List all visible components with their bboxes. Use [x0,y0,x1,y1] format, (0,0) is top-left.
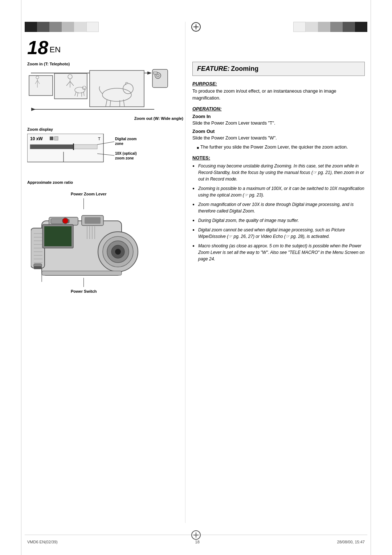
svg-rect-74 [34,266,42,269]
svg-text:10 xW: 10 xW [30,136,43,141]
bar-block-r2 [306,22,318,32]
footer-right: 28/08/00, 15:47 [337,540,365,544]
svg-rect-63 [51,219,64,224]
bar-block-r1 [293,22,306,32]
bar-block-1 [25,22,37,32]
bar-block-5 [74,22,86,32]
zoom-frames-illustration [27,68,169,115]
zoom-display-label: Zoom display [27,127,183,131]
zoom-out-label: Zoom out (W: Wide angle) [27,116,183,121]
svg-text:Digital zoom: Digital zoom [115,137,137,141]
page-en-suffix: EN [49,45,61,54]
bar-block-r6 [355,22,367,32]
note-item-3: Zoom magnification of over 10X is done t… [192,201,365,214]
svg-rect-51 [85,217,101,224]
top-decorative-bar [25,22,367,32]
bar-block-r4 [330,22,343,32]
zoom-display-area: 10 xW T Digital zoom zone 10X (optical) … [27,134,165,177]
bar-block-6 [86,22,99,32]
svg-rect-6 [54,73,87,99]
bar-block-2 [37,22,49,32]
note-item-5: Digital zoom cannot be used when digital… [192,227,365,240]
right-column: FEATURE: Zooming PURPOSE: To produce the… [192,62,365,265]
note-item-6: Macro shooting (as close as approx. 5 cm… [192,243,365,262]
zoom-in-label: Zoom in (T: Telephoto) [27,62,183,66]
zoom-in-subheading: Zoom In [192,114,365,119]
top-bar-left-blocks [25,22,99,32]
bar-block-r5 [343,22,355,32]
left-column: Zoom in (T: Telephoto) [27,62,183,293]
top-bar-right-blocks [293,22,367,32]
operation-section: OPERATION: Zoom In Slide the Power Zoom … [192,106,365,151]
bar-block-4 [62,22,74,32]
zoom-out-subheading: Zoom Out [192,129,365,134]
lever-line [83,198,84,209]
svg-rect-32 [54,137,58,140]
zoom-out-text: Slide the Power Zoom Lever towards "W". [192,135,365,142]
note-item-2: Zooming is possible to a maximum of 100X… [192,185,365,198]
footer-left: VMD6 EN(02/39) [27,540,58,544]
feature-header: FEATURE: Zooming [192,62,365,76]
svg-point-49 [115,249,121,255]
svg-rect-36 [73,143,74,150]
svg-rect-27 [154,72,157,74]
zoom-out-bullet: The further you slide the Power Zoom Lev… [192,144,365,151]
bar-block-3 [49,22,62,32]
bottom-compass [191,530,201,541]
zoom-frames-svg [27,68,169,114]
camera-svg [31,210,158,286]
page-number-section: 18 EN [27,38,61,57]
operation-heading: OPERATION: [192,106,365,112]
svg-rect-1 [29,76,53,96]
purpose-heading: PURPOSE: [192,81,365,86]
compass-left [191,22,201,32]
top-bar-center [99,22,293,32]
camera-illustration [31,210,158,287]
svg-rect-35 [30,145,74,149]
note-item-1: Focusing may become unstable during Zoom… [192,163,365,182]
notes-heading: NOTES: [192,155,365,161]
note-item-4: During Digital zoom, the quality of imag… [192,217,365,224]
power-switch-label: Power Switch [71,289,97,293]
purpose-text: To produce the zoom in/out effect, or an… [192,88,365,102]
zoom-in-text: Slide the Power Zoom Lever towards "T". [192,120,365,127]
purpose-section: PURPOSE: To produce the zoom in/out effe… [192,81,365,102]
svg-point-26 [156,74,159,77]
feature-title: Zooming [231,65,258,72]
power-zoom-lever-label: Power Zoom Lever [71,192,106,196]
notes-section: NOTES: Focusing may become unstable duri… [192,155,365,262]
page-number: 18 [27,37,48,58]
svg-text:zoom zone: zoom zone [115,156,134,160]
column-separator [185,22,185,523]
approx-zoom-label: Approximate zoom ratio [27,180,183,185]
zoom-display-svg: 10 xW T Digital zoom zone 10X (optical) … [27,134,165,177]
svg-rect-67 [44,226,72,246]
svg-point-65 [62,218,68,224]
camera-section: Power Zoom Lever [27,192,165,293]
feature-prefix: FEATURE: [197,65,230,72]
bar-block-r3 [318,22,330,32]
svg-text:10X (optical): 10X (optical) [115,151,136,155]
switch-line [83,278,84,287]
svg-text:zone: zone [115,142,123,146]
svg-text:T: T [98,137,101,141]
svg-rect-68 [42,271,122,275]
svg-rect-31 [50,137,53,140]
